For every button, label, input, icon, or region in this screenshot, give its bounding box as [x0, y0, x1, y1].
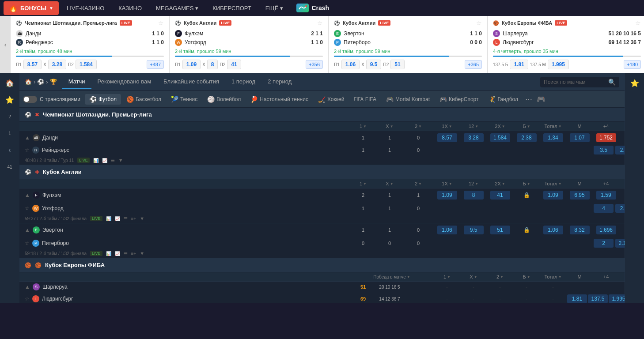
tab-upcoming[interactable]: Ближайшие события	[157, 75, 225, 89]
tab-period1[interactable]: 1 период	[225, 75, 261, 89]
oddb[interactable]: 1.696	[596, 226, 616, 234]
x-odd-button[interactable]: 8	[207, 60, 218, 69]
odd2[interactable]: 51	[490, 226, 510, 234]
tab-matches[interactable]: Матчи	[62, 75, 91, 89]
more-nav[interactable]: ЕЩЁ ▾	[259, 2, 290, 14]
sidebar-star-right-icon[interactable]: ⭐	[627, 75, 643, 91]
odd2[interactable]: 41	[490, 191, 510, 200]
sport-button-volleyball[interactable]: 🏐 Волейбол	[203, 94, 245, 105]
expand-arrow[interactable]: ▼	[140, 251, 144, 256]
list-icon[interactable]: ☰	[124, 251, 128, 256]
search-input[interactable]	[544, 79, 606, 85]
oddb-value[interactable]: 1.752	[596, 133, 616, 142]
stats-icon[interactable]: 📊	[93, 158, 98, 163]
extra-icon[interactable]: ≡+	[131, 216, 136, 221]
chart-icon[interactable]: 📈	[115, 251, 120, 256]
p2-odd-button[interactable]: 41	[227, 60, 241, 69]
p2-odd-button[interactable]: 1.584	[76, 60, 97, 69]
oddx-cell[interactable]: 3.28	[460, 132, 487, 143]
odd1x-value[interactable]: 2.38	[517, 133, 537, 142]
stats-icon[interactable]: 📊	[106, 251, 111, 256]
sport-button-basketball[interactable]: 🏀 Баскетбол	[122, 94, 166, 105]
odd2x-fiba[interactable]: 1.81	[567, 294, 587, 303]
favorite-icon[interactable]: ☆	[476, 19, 482, 26]
oddb-cell[interactable]: 1.752	[593, 132, 619, 143]
favorite-icon[interactable]: ☆	[317, 19, 323, 26]
gamepad-icon[interactable]: 🎮	[535, 93, 547, 105]
odd12[interactable]: 1.09	[543, 191, 563, 200]
bonus-button[interactable]: 🔥 БОНУСЫ ▼	[4, 1, 59, 15]
more-sports-button[interactable]: ⋯	[523, 93, 534, 105]
live-toggle[interactable]: С трансляциями	[23, 96, 80, 103]
odd12-cell[interactable]: 1.34	[540, 132, 566, 143]
tab-period2[interactable]: 2 период	[261, 75, 298, 89]
odd2x-value[interactable]: 1.07	[570, 133, 590, 142]
search-icon[interactable]: 🔍	[608, 79, 616, 86]
odd12-value[interactable]: 1.34	[543, 133, 563, 142]
favorite-icon[interactable]: ☆	[25, 147, 30, 153]
sport-button-handball[interactable]: 🤾 Гандбол	[484, 94, 523, 105]
favorite-icon[interactable]: ▲	[25, 135, 30, 141]
expand-arrow[interactable]: ▼	[118, 158, 123, 163]
oddtotal[interactable]: 2	[594, 239, 614, 248]
sport-button-fifa[interactable]: FIFA FIFA	[350, 94, 381, 104]
oddx-value[interactable]: 3.28	[464, 133, 484, 142]
oddm[interactable]: 2.155	[615, 239, 625, 248]
sport-button-hockey[interactable]: 🏒 Хоккей	[314, 94, 349, 105]
tab-recommended[interactable]: Рекомендовано вам	[91, 75, 158, 89]
oddm[interactable]: 2.36	[615, 204, 625, 213]
p1-odd-button[interactable]: 8.57	[23, 60, 42, 69]
more-odds-button[interactable]: +180	[624, 60, 641, 69]
sport-button-soccer[interactable]: ⚽ Футбол	[85, 94, 121, 105]
favorite-icon[interactable]: ☆	[25, 240, 30, 246]
odd12[interactable]: 1.06	[543, 226, 563, 234]
chart-icon[interactable]: 📈	[115, 216, 120, 221]
odd1x-cell[interactable]: 2.38	[513, 132, 540, 143]
odd2-value[interactable]: 1.584	[490, 133, 510, 142]
chart-icon[interactable]: 📈	[102, 158, 107, 163]
list-icon[interactable]: ☰	[111, 158, 115, 163]
favorite-icon[interactable]: ☆	[635, 19, 641, 26]
casino-nav[interactable]: КАЗИНО	[112, 2, 148, 14]
odd1[interactable]: 1.06	[437, 226, 457, 234]
x-odd-button[interactable]: 3.28	[48, 60, 66, 69]
megagames-nav[interactable]: MEGAGAMES ▾	[150, 2, 205, 14]
live-casino-nav[interactable]: LIVE-КАЗИНО	[61, 2, 110, 14]
x-odd-button[interactable]: 1.995	[548, 60, 569, 69]
odd1-value[interactable]: 8.57	[437, 133, 457, 142]
favorite-icon[interactable]: ▲	[25, 227, 30, 233]
scroll-left-button[interactable]: ‹	[0, 16, 11, 73]
home-breadcrumb-icon[interactable]: 🏠	[25, 79, 32, 85]
more-odds-button[interactable]: +365	[465, 60, 482, 69]
extra-icon[interactable]: ≡+	[131, 251, 136, 256]
sidebar-home-icon[interactable]: 🏠	[2, 75, 18, 91]
flag-breadcrumb-icon[interactable]: 🏆	[50, 79, 57, 85]
favorite-icon[interactable]: ▲	[25, 284, 30, 290]
sport-button-cybersport[interactable]: 🎮 КиберСпорт	[435, 94, 483, 105]
oddtotal[interactable]: 4	[594, 204, 614, 213]
p1-odd-button[interactable]: 1.09	[182, 60, 201, 69]
sidebar-chevron-left[interactable]: ‹	[2, 142, 18, 158]
odd1[interactable]: 1.09	[437, 191, 457, 200]
more-odds-button[interactable]: +356	[306, 60, 323, 69]
odd2x[interactable]: 8.32	[570, 226, 590, 234]
crash-nav[interactable]: Crash	[291, 2, 334, 14]
x-odd-button[interactable]: 9.5	[366, 60, 382, 69]
stats-icon[interactable]: 📊	[106, 216, 111, 221]
oddx[interactable]: 9.5	[464, 226, 484, 234]
sport-button-mortalkombat[interactable]: 🎮 Mortal Kombat	[382, 94, 434, 105]
cybersport-nav[interactable]: КИБЕРСПОРТ	[206, 2, 258, 14]
favorite-icon[interactable]: ☆	[25, 296, 30, 302]
oddm-value[interactable]: 2.07	[615, 146, 625, 154]
p1-odd-button[interactable]: 1.81	[510, 60, 528, 69]
favorite-icon[interactable]: ☆	[158, 19, 164, 26]
oddtotal-value[interactable]: 3.5	[594, 146, 614, 154]
oddx[interactable]: 8	[464, 191, 484, 200]
favorite-icon[interactable]: ▲	[25, 192, 30, 198]
toggle-switch[interactable]	[23, 96, 37, 103]
odd1-cell[interactable]: 8.57	[434, 132, 460, 143]
list-icon[interactable]: ☰	[124, 216, 128, 221]
oddtotal-cell[interactable]: 3.5 2.07 +505	[593, 145, 619, 155]
oddb[interactable]: 1.59	[596, 191, 616, 200]
favorite-icon[interactable]: ☆	[25, 205, 30, 211]
